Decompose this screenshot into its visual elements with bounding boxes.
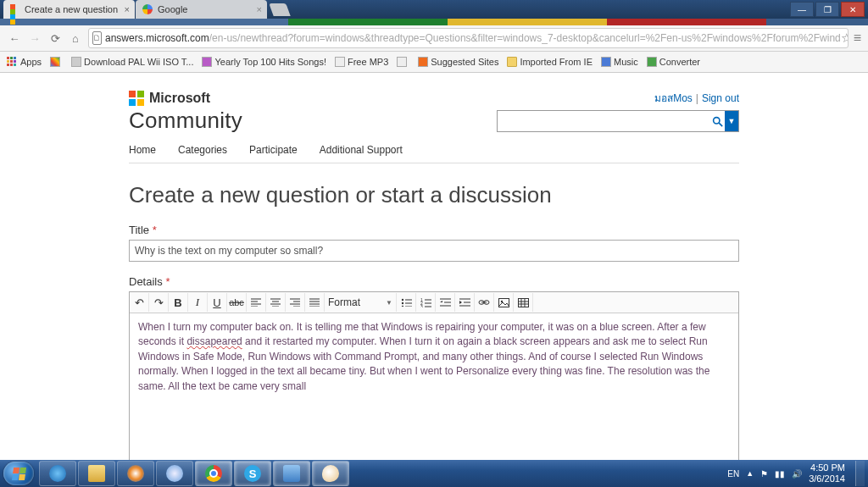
undo-button[interactable]: ↶ bbox=[130, 293, 149, 312]
tab-close-icon[interactable]: × bbox=[125, 4, 130, 14]
app-icon bbox=[283, 465, 300, 482]
nav-participate[interactable]: Participate bbox=[249, 144, 298, 156]
taskbar-chrome-button[interactable] bbox=[195, 461, 232, 486]
bookmark-item[interactable]: Free MP3 bbox=[335, 57, 388, 67]
question-title-input[interactable] bbox=[129, 240, 739, 262]
bookmark-item[interactable]: Converter bbox=[647, 57, 700, 67]
redo-button[interactable]: ↷ bbox=[149, 293, 169, 312]
taskbar-app4-button[interactable] bbox=[273, 461, 310, 486]
browser-tab-active[interactable]: Create a new question or start a × bbox=[3, 0, 135, 19]
bold-button[interactable]: B bbox=[169, 293, 188, 312]
title-field-label: Title * bbox=[129, 224, 739, 236]
insert-table-button[interactable] bbox=[514, 293, 533, 312]
taskbar-paint-button[interactable] bbox=[312, 461, 349, 486]
bookmark-item[interactable] bbox=[50, 57, 63, 67]
paint-icon bbox=[322, 465, 339, 482]
window-minimize-button[interactable]: — bbox=[790, 2, 814, 17]
media-player-icon bbox=[127, 465, 144, 482]
taskbar-skype-button[interactable]: S bbox=[234, 461, 271, 486]
bookmark-item[interactable]: Music bbox=[601, 57, 638, 67]
taskbar-itunes-button[interactable] bbox=[156, 461, 193, 486]
page-icon bbox=[601, 57, 611, 67]
window-glass-strip bbox=[0, 19, 868, 25]
reload-button[interactable]: ⟳ bbox=[47, 32, 63, 45]
separator: | bbox=[696, 92, 698, 104]
underline-button[interactable]: U bbox=[208, 293, 227, 312]
svg-point-0 bbox=[713, 117, 719, 123]
taskbar-wmp-button[interactable] bbox=[117, 461, 154, 486]
search-input[interactable] bbox=[498, 111, 709, 131]
user-profile-link[interactable]: มอสMos bbox=[654, 90, 693, 106]
show-desktop-button[interactable] bbox=[855, 461, 865, 486]
insert-link-button[interactable] bbox=[475, 293, 494, 312]
taskbar-ie-button[interactable] bbox=[39, 461, 76, 486]
page-info-icon[interactable]: 🗋 bbox=[92, 31, 102, 45]
tab-close-icon[interactable]: × bbox=[257, 4, 262, 14]
align-center-button[interactable] bbox=[266, 293, 286, 312]
outdent-button[interactable] bbox=[436, 293, 455, 312]
svg-point-20 bbox=[401, 302, 403, 304]
nav-home[interactable]: Home bbox=[129, 144, 156, 156]
browser-tab-inactive[interactable]: Google × bbox=[136, 0, 267, 19]
svg-rect-43 bbox=[518, 298, 528, 307]
bulleted-list-button[interactable] bbox=[397, 293, 416, 312]
svg-marker-31 bbox=[440, 301, 442, 304]
window-close-button[interactable]: ✕ bbox=[841, 2, 865, 17]
bookmark-folder[interactable]: Imported From IE bbox=[507, 57, 593, 67]
nav-categories[interactable]: Categories bbox=[178, 144, 227, 156]
editor-toolbar: ↶ ↷ B I U abc Format▼ 123 bbox=[130, 292, 738, 313]
align-left-button[interactable] bbox=[247, 293, 266, 312]
bookmark-item[interactable]: Yearly Top 100 Hits Songs! bbox=[202, 57, 326, 67]
numbered-list-button[interactable]: 123 bbox=[416, 293, 436, 312]
tab-title: Google bbox=[158, 4, 187, 14]
insert-image-button[interactable] bbox=[494, 293, 514, 312]
ie-icon bbox=[49, 465, 66, 482]
browser-toolbar: ← → ⟳ ⌂ 🗋 answers.microsoft.com/en-us/ne… bbox=[0, 25, 868, 52]
tray-network-icon[interactable]: ▮▮ bbox=[775, 469, 785, 479]
home-button[interactable]: ⌂ bbox=[68, 32, 83, 45]
apps-grid-icon bbox=[7, 57, 17, 67]
brand-name: Microsoft bbox=[149, 91, 210, 106]
sign-out-link[interactable]: Sign out bbox=[702, 92, 739, 104]
page-viewport: Microsoft มอสMos | Sign out Community ▼ … bbox=[0, 73, 868, 462]
svg-line-1 bbox=[719, 123, 722, 126]
bookmark-star-icon[interactable]: ☆ bbox=[841, 30, 849, 46]
back-button[interactable]: ← bbox=[7, 32, 22, 45]
chrome-menu-button[interactable]: ≡ bbox=[854, 30, 861, 46]
main-nav: Home Categories Participate Additional S… bbox=[129, 144, 739, 163]
strikethrough-button[interactable]: abc bbox=[227, 293, 247, 312]
indent-button[interactable] bbox=[455, 293, 475, 312]
details-textarea[interactable]: When I turn my computer back on. It is t… bbox=[130, 313, 738, 462]
apps-button[interactable]: Apps bbox=[7, 57, 42, 67]
page-title: Create a new question or start a discuss… bbox=[129, 182, 739, 208]
tray-show-hidden-icon[interactable]: ▲ bbox=[746, 469, 754, 478]
svg-point-18 bbox=[401, 299, 403, 301]
format-dropdown[interactable]: Format▼ bbox=[325, 293, 397, 312]
bookmark-item[interactable]: Download PAL Wii ISO T... bbox=[71, 57, 193, 67]
start-button[interactable] bbox=[3, 462, 34, 485]
tray-volume-icon[interactable]: 🔊 bbox=[792, 469, 802, 479]
svg-text:3: 3 bbox=[420, 304, 423, 307]
taskbar-explorer-button[interactable] bbox=[78, 461, 115, 486]
forward-button[interactable]: → bbox=[27, 32, 42, 45]
search-icon bbox=[712, 116, 723, 127]
align-right-button[interactable] bbox=[286, 293, 305, 312]
nav-additional-support[interactable]: Additional Support bbox=[320, 144, 403, 156]
address-bar[interactable]: 🗋 answers.microsoft.com/en-us/newthread?… bbox=[88, 28, 849, 48]
bookmark-item[interactable]: Suggested Sites bbox=[418, 57, 498, 67]
italic-button[interactable]: I bbox=[188, 293, 208, 312]
tray-clock[interactable]: 4:50 PM 3/6/2014 bbox=[809, 462, 845, 484]
ms-community-favicon bbox=[10, 4, 19, 14]
microsoft-logo-icon bbox=[129, 91, 144, 106]
google-favicon bbox=[142, 4, 153, 14]
align-justify-button[interactable] bbox=[305, 293, 325, 312]
search-button[interactable] bbox=[709, 111, 725, 131]
search-scope-dropdown[interactable]: ▼ bbox=[725, 111, 738, 131]
language-indicator[interactable]: EN bbox=[727, 469, 739, 479]
bookmarks-bar: Apps Download PAL Wii ISO T... Yearly To… bbox=[0, 52, 868, 73]
bookmark-item[interactable] bbox=[397, 57, 409, 67]
chrome-icon bbox=[205, 465, 222, 482]
page-icon bbox=[397, 57, 407, 67]
tray-action-center-icon[interactable]: ⚑ bbox=[760, 469, 768, 479]
window-maximize-button[interactable]: ❐ bbox=[815, 2, 839, 17]
